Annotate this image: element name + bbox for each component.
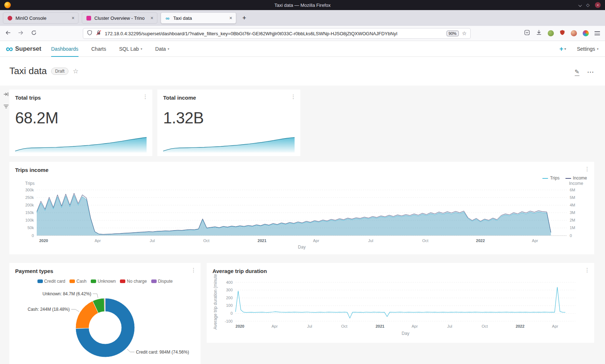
svg-text:Credit card: 984M (74.56%): Credit card: 984M (74.56%) bbox=[136, 350, 189, 355]
extension-pinwheel-icon[interactable] bbox=[583, 30, 589, 36]
menu-hamburger-icon[interactable] bbox=[595, 31, 600, 35]
tab-trino-cluster-overview[interactable]: Cluster Overview - Trino × bbox=[82, 12, 157, 24]
zoom-level-badge[interactable]: 90% bbox=[447, 31, 459, 36]
pocket-icon[interactable] bbox=[524, 29, 530, 37]
svg-text:100: 100 bbox=[226, 303, 233, 308]
svg-text:2M: 2M bbox=[570, 218, 575, 222]
svg-text:0: 0 bbox=[570, 233, 572, 238]
superset-infinity-icon: ∞ bbox=[6, 44, 13, 54]
forward-button[interactable] bbox=[18, 30, 24, 37]
filter-rail bbox=[3, 91, 9, 111]
svg-text:3M: 3M bbox=[570, 210, 575, 215]
card-payment-types: Payment types ⋮ Credit card Cash Unknown… bbox=[9, 263, 201, 364]
svg-text:2020: 2020 bbox=[39, 238, 48, 243]
t tab-close-icon[interactable]: × bbox=[151, 15, 153, 21]
insecure-lock-icon[interactable] bbox=[96, 30, 102, 37]
close-window-button[interactable]: × bbox=[595, 2, 601, 8]
dashboard-body: Total trips ⋮ 68.2M Total income ⋮ 1.32B… bbox=[0, 86, 605, 364]
url-bar[interactable]: 172.18.0.4:32295/superset/dashboard/1/?n… bbox=[83, 28, 471, 39]
browser-toolbar: 172.18.0.4:32295/superset/dashboard/1/?n… bbox=[0, 26, 605, 41]
chevron-down-icon: ▾ bbox=[564, 47, 566, 51]
chevron-down-icon: ▾ bbox=[140, 47, 142, 51]
new-object-button[interactable]: +▾ bbox=[559, 45, 566, 53]
svg-text:Average trip duration (minute: Average trip duration (minute bbox=[213, 274, 218, 329]
svg-text:150k: 150k bbox=[25, 210, 34, 215]
maximize-button[interactable]: ◇ bbox=[586, 3, 590, 8]
svg-text:Oct: Oct bbox=[422, 238, 428, 243]
svg-text:2021: 2021 bbox=[257, 238, 266, 243]
nav-item-charts[interactable]: Charts bbox=[91, 41, 106, 57]
svg-text:400: 400 bbox=[226, 280, 233, 285]
bookmark-star-icon[interactable]: ☆ bbox=[462, 30, 467, 37]
filter-icon[interactable] bbox=[3, 104, 9, 111]
tab-label: MinIO Console bbox=[15, 15, 69, 21]
nav-item-sql-lab[interactable]: SQL Lab▾ bbox=[119, 41, 142, 57]
nav-item-dashboards[interactable]: Dashboards bbox=[51, 41, 79, 57]
trino-favicon bbox=[86, 15, 91, 21]
svg-text:Oct: Oct bbox=[481, 324, 488, 328]
more-options-icon[interactable]: ··· bbox=[587, 69, 594, 76]
dashboard-header: Taxi data Draft ☆ ✎ ··· bbox=[0, 57, 605, 86]
svg-text:0: 0 bbox=[32, 233, 34, 238]
settings-menu[interactable]: Settings▾ bbox=[577, 46, 599, 52]
svg-text:Apr: Apr bbox=[552, 324, 558, 328]
svg-text:300: 300 bbox=[226, 288, 233, 292]
tab-minio-console[interactable]: MinIO Console × bbox=[3, 12, 79, 24]
superset-navbar: ∞ Superset Dashboards Charts SQL Lab▾ Da… bbox=[0, 41, 605, 57]
extension-icon[interactable] bbox=[548, 30, 554, 36]
svg-text:Jul: Jul bbox=[307, 324, 312, 328]
new-tab-button[interactable]: + bbox=[239, 14, 249, 22]
tab-close-icon[interactable]: × bbox=[72, 15, 75, 21]
page-title: Taxi data bbox=[9, 65, 47, 77]
tab-label: Cluster Overview - Trino bbox=[94, 15, 148, 21]
svg-text:-100: -100 bbox=[225, 319, 233, 323]
window-title: Taxi data — Mozilla Firefox bbox=[0, 3, 605, 8]
kebab-menu-icon[interactable]: ⋮ bbox=[584, 166, 590, 172]
total-income-sparkline-chart bbox=[163, 136, 295, 153]
url-text[interactable]: 172.18.0.4:32295/superset/dashboard/1/?n… bbox=[105, 31, 443, 36]
kebab-menu-icon[interactable]: ⋮ bbox=[584, 267, 590, 273]
edit-dashboard-icon[interactable]: ✎ bbox=[575, 68, 579, 76]
account-avatar[interactable] bbox=[571, 30, 577, 36]
svg-text:Apr: Apr bbox=[412, 324, 418, 328]
minio-favicon bbox=[7, 15, 13, 21]
svg-text:Apr: Apr bbox=[313, 238, 319, 243]
kebab-menu-icon[interactable]: ⋮ bbox=[143, 94, 148, 99]
downloads-icon[interactable] bbox=[536, 29, 542, 37]
svg-text:Trips: Trips bbox=[25, 181, 35, 186]
reload-button[interactable] bbox=[31, 30, 37, 37]
svg-text:Oct: Oct bbox=[203, 238, 209, 243]
ublock-shield-icon[interactable] bbox=[560, 29, 565, 37]
back-button[interactable] bbox=[5, 30, 11, 37]
kebab-menu-icon[interactable]: ⋮ bbox=[291, 94, 296, 99]
svg-text:2020: 2020 bbox=[236, 324, 244, 328]
total-income-value: 1.32B bbox=[163, 109, 203, 127]
tab-close-icon[interactable]: × bbox=[229, 15, 232, 21]
shield-icon[interactable] bbox=[87, 30, 93, 37]
trips-income-chart: 300k250k200k150k100k50k06M5M4M3M2M1M0Tri… bbox=[15, 178, 588, 251]
avg-trip-duration-chart: 4003002001000-1002020AprJulOct2021AprJul… bbox=[212, 277, 588, 339]
card-title: Payment types bbox=[15, 268, 53, 274]
total-trips-sparkline-chart bbox=[15, 136, 147, 153]
superset-favicon: ∞ bbox=[165, 15, 170, 21]
kebab-menu-icon[interactable]: ⋮ bbox=[191, 267, 196, 273]
svg-text:Apr: Apr bbox=[95, 238, 101, 243]
superset-logo[interactable]: ∞ Superset bbox=[6, 41, 41, 57]
svg-text:Day: Day bbox=[298, 245, 305, 250]
svg-text:Apr: Apr bbox=[532, 238, 538, 243]
svg-text:1M: 1M bbox=[570, 226, 575, 230]
brand-name: Superset bbox=[15, 45, 41, 53]
svg-text:5M: 5M bbox=[570, 195, 575, 200]
nav-item-data[interactable]: Data▾ bbox=[155, 41, 169, 57]
card-title: Average trip duration bbox=[212, 268, 267, 274]
expand-filter-bar-icon[interactable] bbox=[3, 91, 9, 99]
svg-text:300k: 300k bbox=[25, 188, 34, 192]
svg-text:200: 200 bbox=[226, 296, 233, 300]
card-title: Trips income bbox=[15, 167, 49, 173]
favorite-star-icon[interactable]: ☆ bbox=[73, 67, 79, 75]
app-menu: Dashboards Charts SQL Lab▾ Data▾ bbox=[51, 41, 169, 57]
tab-taxi-data[interactable]: ∞ Taxi data × bbox=[161, 12, 236, 24]
svg-text:Income: Income bbox=[569, 181, 583, 186]
minimize-button[interactable] bbox=[578, 2, 581, 8]
window-titlebar: Taxi data — Mozilla Firefox ◇ × bbox=[0, 0, 605, 10]
